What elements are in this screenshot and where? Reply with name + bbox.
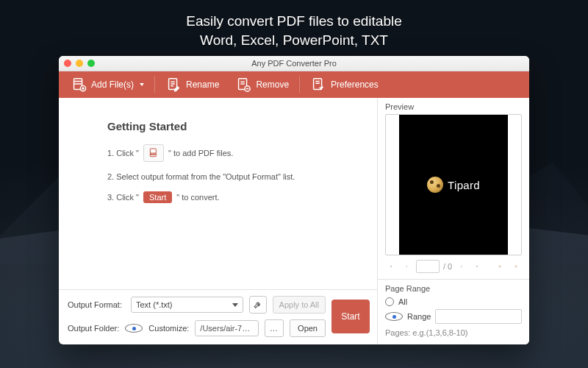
rename-icon <box>165 77 182 93</box>
preview-heading: Preview <box>385 102 522 111</box>
ellipsis-icon: … <box>270 324 279 333</box>
output-folder-label: Output Folder: <box>68 324 119 333</box>
headline-line-1: Easily convert PDF files to editable <box>0 12 588 31</box>
apply-to-all-button[interactable]: Apply to All <box>273 296 326 314</box>
chevron-down-icon <box>140 83 144 86</box>
output-format-value: Text (*.txt) <box>136 300 173 309</box>
tipard-logo-icon <box>427 177 443 193</box>
headline-line-2: Word, Excel, PowerPoint, TXT <box>0 31 588 50</box>
remove-label: Remove <box>256 79 289 90</box>
step-3: 3. Click " Start " to convert. <box>107 191 356 203</box>
preferences-icon <box>310 77 326 93</box>
toolbar-separator <box>299 77 300 93</box>
step-2: 2. Select output format from the "Output… <box>107 172 356 181</box>
add-files-label: Add File(s) <box>91 79 134 90</box>
step-2-text: 2. Select output format from the "Output… <box>107 172 295 181</box>
range-hint: Pages: e.g.(1,3,6,8-10) <box>385 328 522 337</box>
start-button[interactable]: Start <box>331 300 370 333</box>
output-folder-row: Output Folder: Customize: /Users/air-711… <box>68 319 326 337</box>
close-window-button[interactable] <box>64 60 71 67</box>
app-window: Any PDF Converter Pro Add File(s) <box>59 56 529 344</box>
getting-started-panel: Getting Started 1. Click " PDF " to add … <box>59 98 377 289</box>
chevron-down-icon <box>232 303 238 307</box>
output-path-field[interactable]: /Users/air-711/Documents <box>195 320 259 336</box>
window-body: Getting Started 1. Click " PDF " to add … <box>59 98 529 344</box>
popout-preview-button[interactable] <box>510 261 522 272</box>
preferences-label: Preferences <box>331 79 379 90</box>
start-button-label: Start <box>341 311 359 322</box>
side-panel: Preview Tipard / 0 <box>377 98 529 344</box>
range-range-label: Range <box>407 312 431 321</box>
customize-label: Customize: <box>148 324 189 333</box>
page-number-input[interactable] <box>416 260 440 273</box>
svg-rect-11 <box>515 266 517 267</box>
camera-icon <box>498 262 501 271</box>
range-all-label: All <box>398 297 407 306</box>
range-option-range[interactable]: Range <box>385 309 522 324</box>
open-folder-button[interactable]: Open <box>290 319 326 337</box>
snapshot-button[interactable] <box>494 261 506 272</box>
range-all-radio[interactable] <box>385 297 394 306</box>
remove-icon <box>235 77 251 93</box>
remove-button[interactable]: Remove <box>228 74 296 96</box>
first-page-button[interactable] <box>385 261 397 272</box>
preview-pager: / 0 <box>385 260 522 273</box>
step-1: 1. Click " PDF " to add PDF files. <box>107 144 356 162</box>
rename-label: Rename <box>186 79 219 90</box>
preferences-button[interactable]: Preferences <box>303 74 386 96</box>
prev-page-button[interactable] <box>401 261 412 272</box>
customize-radio[interactable] <box>125 324 143 333</box>
bottom-controls: Output Format: Text (*.txt) Apply to All <box>59 289 377 344</box>
step-1-text-a: 1. Click " <box>107 149 139 158</box>
output-path-value: /Users/air-711/Documents <box>200 324 254 333</box>
open-folder-label: Open <box>298 324 318 333</box>
range-option-all[interactable]: All <box>385 297 522 306</box>
browse-folder-button[interactable]: … <box>265 319 284 337</box>
prev-icon <box>405 262 408 271</box>
output-format-select[interactable]: Text (*.txt) <box>131 297 243 313</box>
wrench-icon <box>253 300 262 310</box>
getting-started-heading: Getting Started <box>107 120 356 132</box>
skip-last-icon <box>476 262 478 271</box>
next-page-button[interactable] <box>456 261 467 272</box>
minimize-window-button[interactable] <box>76 60 83 67</box>
svg-text:PDF: PDF <box>151 152 156 155</box>
output-format-label: Output Format: <box>68 300 125 309</box>
main-toolbar: Add File(s) Rename <box>59 71 529 98</box>
add-pdf-chip[interactable]: PDF <box>143 144 164 162</box>
add-files-button[interactable]: Add File(s) <box>63 74 151 96</box>
start-chip: Start <box>143 191 172 203</box>
side-divider <box>378 279 529 280</box>
main-column: Getting Started 1. Click " PDF " to add … <box>59 98 377 344</box>
rename-button[interactable]: Rename <box>158 74 226 96</box>
svg-point-10 <box>500 266 501 267</box>
desktop-wallpaper: Easily convert PDF files to editable Wor… <box>0 0 588 368</box>
skip-first-icon <box>390 262 392 271</box>
range-range-radio[interactable] <box>385 312 403 321</box>
step-1-text-b: " to add PDF files. <box>168 149 233 158</box>
step-3-text-a: 3. Click " <box>107 193 139 202</box>
window-title: Any PDF Converter Pro <box>251 59 337 68</box>
window-titlebar: Any PDF Converter Pro <box>59 56 529 71</box>
next-icon <box>460 262 463 271</box>
marketing-headline: Easily convert PDF files to editable Wor… <box>0 12 588 49</box>
preview-thumbnail: Tipard <box>399 115 508 255</box>
add-file-icon <box>71 77 87 93</box>
preview-brand: Tipard <box>448 179 480 191</box>
pdf-file-icon: PDF <box>148 147 159 159</box>
apply-to-all-label: Apply to All <box>279 300 319 309</box>
page-range-heading: Page Range <box>385 284 522 293</box>
preview-box: Tipard <box>385 114 522 255</box>
toolbar-separator <box>154 77 155 93</box>
last-page-button[interactable] <box>471 261 483 272</box>
format-settings-button[interactable] <box>249 296 267 314</box>
range-input[interactable] <box>435 309 522 324</box>
step-3-text-b: " to convert. <box>176 193 219 202</box>
popout-icon <box>514 262 517 271</box>
page-total: / 0 <box>443 262 452 271</box>
traffic-lights <box>64 60 95 67</box>
zoom-window-button[interactable] <box>87 60 95 67</box>
